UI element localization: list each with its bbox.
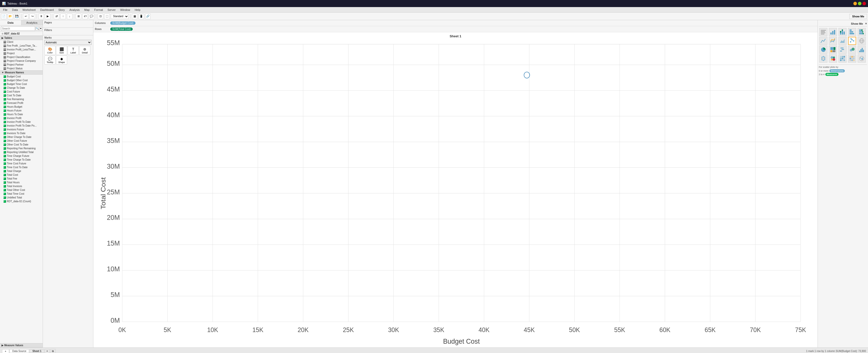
list-item[interactable]: #Time Cost To Date — [0, 165, 43, 169]
chart-type-highlight-table[interactable] — [848, 55, 856, 63]
add-datasource-button[interactable]: + — [2, 349, 9, 353]
list-item[interactable]: #Total Cost — [0, 173, 43, 177]
menu-story[interactable]: Story — [56, 8, 67, 12]
list-item[interactable]: AbcProject Partner — [0, 63, 43, 67]
marks-label-button[interactable]: T Label — [68, 46, 79, 55]
share-button[interactable]: 🔗 — [145, 13, 151, 19]
list-item[interactable]: #Unbilled Total — [0, 196, 43, 199]
chart-type-text[interactable] — [819, 28, 827, 36]
view-dropdown[interactable]: Standard — [111, 14, 129, 19]
list-item[interactable]: #Fee Remaining — [0, 97, 43, 101]
list-item[interactable]: #Budget Time Cost — [0, 82, 43, 86]
window-controls[interactable] — [854, 2, 866, 5]
marks-detail-button[interactable]: ⊚ Detail — [79, 46, 90, 55]
list-item[interactable]: AbcClient — [0, 40, 43, 44]
chart-type-bubble[interactable] — [848, 45, 856, 54]
list-item[interactable]: AbcInvoice Profit_LessThan... — [0, 47, 43, 52]
tab-analytics[interactable]: Analytics — [22, 20, 43, 25]
list-item[interactable]: #Hours Future — [0, 109, 43, 113]
list-item[interactable]: AbcProject — [0, 52, 43, 55]
list-item[interactable]: #Cost Future — [0, 90, 43, 94]
list-item[interactable]: AbcFee Profit _LessThan_Ta... — [0, 44, 43, 47]
menu-help[interactable]: Help — [133, 8, 143, 12]
redo-button[interactable]: ↪ — [30, 13, 35, 19]
device-button[interactable]: 📱 — [138, 13, 144, 19]
list-item[interactable]: #Forecast Profit — [0, 101, 43, 105]
search-filter-button[interactable]: ▼ — [39, 27, 42, 31]
open-button[interactable]: 📂 — [7, 13, 13, 19]
duplicate-sheet-button[interactable]: ⧉ — [50, 349, 56, 353]
menu-file[interactable]: File — [1, 8, 9, 12]
marks-size-button[interactable]: ⬛ Size — [56, 46, 67, 55]
chart-type-bar-h[interactable] — [848, 28, 856, 36]
sort-asc-button[interactable]: ↑ — [60, 13, 66, 19]
group-button[interactable]: ⊞ — [76, 13, 81, 19]
list-item[interactable]: #Reporting Fee Remaining — [0, 147, 43, 150]
marks-tooltip-button[interactable]: 💬 Tooltip — [44, 56, 56, 65]
tab-sheet1[interactable]: Sheet 1 — [30, 349, 44, 353]
chart-type-symbol-map[interactable] — [858, 55, 866, 63]
list-item[interactable]: #Total Time Cost — [0, 192, 43, 196]
list-item[interactable]: #Total Fee — [0, 177, 43, 181]
chart-type-histogram[interactable] — [858, 45, 866, 54]
menu-format[interactable]: Format — [92, 8, 105, 12]
menu-map[interactable]: Map — [82, 8, 92, 12]
chart-type-treemap[interactable] — [829, 45, 837, 54]
marks-type-select[interactable]: Automatic — [44, 40, 92, 45]
list-item[interactable]: #Time Charge Future — [0, 154, 43, 158]
data-point[interactable] — [524, 72, 530, 78]
menu-server[interactable]: Server — [105, 8, 118, 12]
list-item[interactable]: #Invoice Profit To Date Po... — [0, 124, 43, 128]
list-item[interactable]: #Other Cost To Date — [0, 143, 43, 147]
list-item[interactable]: #Total Invoices — [0, 184, 43, 188]
list-item[interactable]: AbcProject Finance Company — [0, 59, 43, 63]
label-button[interactable]: 🏷 — [82, 13, 88, 19]
new-button[interactable]: 📄 — [1, 13, 6, 19]
chart-type-bar[interactable] — [829, 28, 837, 36]
list-item[interactable]: #Cost To Date — [0, 94, 43, 97]
tab-data-source[interactable]: Data Source — [9, 349, 29, 353]
search-input[interactable] — [1, 26, 35, 31]
chart-type-scatter[interactable] — [848, 37, 856, 45]
chart-type-line[interactable] — [819, 37, 827, 45]
chart-type-stacked-bar-h[interactable] — [858, 28, 866, 36]
tables-section-header[interactable]: ▶ Tables — [0, 36, 43, 40]
chart-type-gantt[interactable] — [838, 45, 846, 54]
show-me-close-button[interactable]: ✕ — [865, 22, 867, 25]
search-button[interactable]: 🔍 — [36, 27, 39, 31]
pause-button[interactable]: ⏸ — [38, 13, 44, 19]
chart-type-heat-map[interactable] — [838, 55, 846, 63]
save-button[interactable]: 💾 — [14, 13, 20, 19]
list-item[interactable]: #Invoice Profit To Date — [0, 120, 43, 124]
chart-type-area[interactable] — [838, 37, 846, 45]
menu-window[interactable]: Window — [118, 8, 132, 12]
menu-data[interactable]: Data — [10, 8, 20, 12]
fit-button[interactable]: ⬚ — [104, 13, 110, 19]
list-item[interactable]: #Time Charge To Date — [0, 158, 43, 162]
list-item[interactable]: #Budget Other Cost — [0, 78, 43, 82]
list-item[interactable]: AbcProject Classification — [0, 55, 43, 59]
tab-data[interactable]: Data — [0, 20, 22, 25]
close-button[interactable] — [863, 2, 866, 5]
list-item[interactable]: #Hours Budget — [0, 105, 43, 109]
list-item[interactable]: #Time Cost Future — [0, 162, 43, 165]
maximize-button[interactable] — [858, 2, 862, 5]
measure-names-section-header[interactable]: ▼ Measure Names — [0, 70, 43, 75]
add-sheet-button[interactable]: + — [45, 349, 50, 353]
fix-axes-button[interactable]: ⊡ — [98, 13, 103, 19]
minimize-button[interactable] — [854, 2, 857, 5]
list-item[interactable]: #Invoice Profit — [0, 116, 43, 120]
list-item[interactable]: #Invoices Future — [0, 128, 43, 131]
list-item[interactable]: #Total Other Cost — [0, 188, 43, 192]
list-item[interactable]: #Reporting Unbilled Total — [0, 150, 43, 154]
list-item[interactable]: #Budget Cost — [0, 75, 43, 78]
list-item[interactable]: #Change To Date — [0, 86, 43, 90]
run-button[interactable]: ▶ — [45, 13, 51, 19]
list-item[interactable]: #Invoices To Date — [0, 131, 43, 135]
swap-button[interactable]: ⇄ — [54, 13, 59, 19]
marks-shape-button[interactable]: ◆ Shape — [56, 56, 67, 65]
show-me-button[interactable]: Show Me — [849, 14, 867, 19]
list-item[interactable]: #RDT_data-02 (Count) — [0, 199, 43, 203]
list-item[interactable]: #Total Hours — [0, 181, 43, 184]
chart-type-map[interactable] — [858, 37, 866, 45]
